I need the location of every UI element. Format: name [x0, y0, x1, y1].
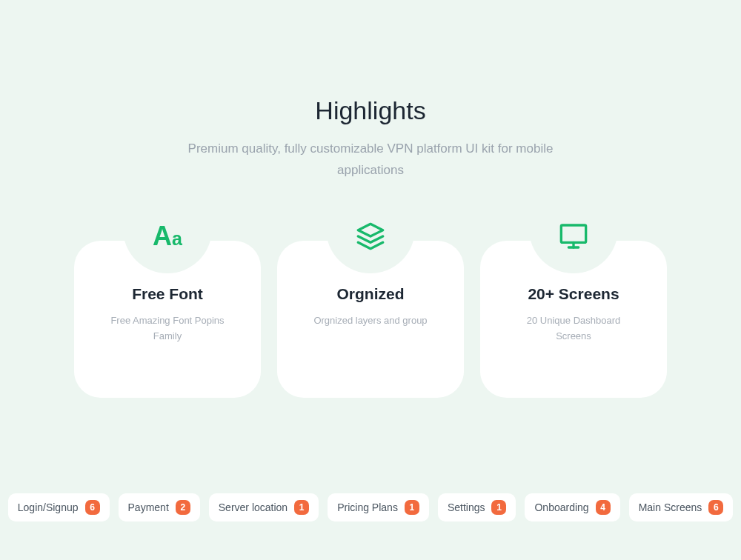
- page-container: Highlights Premium quality, fully custom…: [0, 0, 741, 560]
- chip-login-signup[interactable]: Login/Signup 6: [8, 493, 110, 521]
- feature-card-title: 20+ Screens: [528, 285, 619, 303]
- chip-count-badge: 2: [176, 500, 190, 515]
- chip-label: Settings: [448, 501, 485, 513]
- chip-count-badge: 1: [491, 500, 506, 515]
- page-subtitle: Premium quality, fully customizable VPN …: [178, 139, 563, 181]
- feature-card-desc: 20 Unique Dashboard Screens: [511, 313, 637, 344]
- chip-payment[interactable]: Payment 2: [119, 493, 200, 521]
- chip-count-badge: 6: [85, 500, 100, 515]
- chip-count-badge: 4: [596, 500, 611, 515]
- feature-card-desc: Free Amazing Font Popins Family: [104, 313, 230, 344]
- feature-card-screens: 20+ Screens 20 Unique Dashboard Screens: [480, 241, 667, 398]
- chip-count-badge: 1: [294, 500, 309, 515]
- chip-pricing-plans[interactable]: Pricing Plans 1: [328, 493, 429, 521]
- category-chips-row: Login/Signup 6 Payment 2 Server location…: [0, 493, 741, 521]
- chip-main-screens[interactable]: Main Screens 6: [629, 493, 734, 521]
- chip-label: Pricing Plans: [337, 501, 398, 513]
- chip-label: Payment: [128, 501, 169, 513]
- chip-label: Login/Signup: [18, 501, 79, 513]
- chip-settings[interactable]: Settings 1: [438, 493, 516, 521]
- chip-onboarding[interactable]: Onboarding 4: [525, 493, 619, 521]
- chip-server-location[interactable]: Server location 1: [209, 493, 319, 521]
- page-title: Highlights: [315, 96, 425, 125]
- feature-card-title: Free Font: [132, 285, 203, 303]
- chip-count-badge: 1: [405, 500, 419, 515]
- feature-card-organized: Orgnized Orgnized layers and group: [277, 241, 464, 398]
- feature-card-desc: Orgnized layers and group: [313, 313, 427, 329]
- chip-label: Main Screens: [639, 501, 702, 513]
- layers-icon: [326, 214, 415, 273]
- feature-card-font: Aa Free Font Free Amazing Font Popins Fa…: [74, 241, 261, 398]
- feature-cards-row: Aa Free Font Free Amazing Font Popins Fa…: [74, 241, 667, 398]
- svg-rect-1: [561, 225, 585, 242]
- chip-label: Onboarding: [534, 501, 588, 513]
- svg-marker-0: [358, 224, 382, 236]
- chip-label: Server location: [219, 501, 288, 513]
- feature-card-title: Orgnized: [336, 285, 404, 303]
- monitor-icon: [529, 214, 618, 273]
- chip-count-badge: 6: [708, 500, 723, 515]
- font-aa-icon: Aa: [123, 214, 212, 273]
